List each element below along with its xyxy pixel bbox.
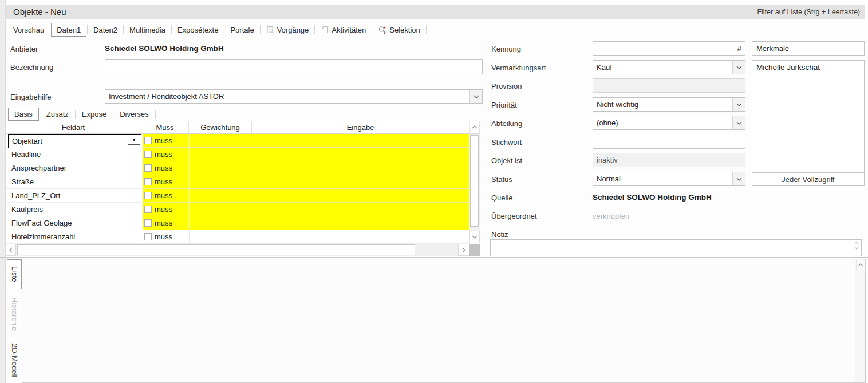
eingabe-cell[interactable]: [252, 203, 469, 216]
table-row[interactable]: Headline muss: [6, 148, 480, 161]
muss-checkbox[interactable]: [144, 206, 152, 213]
quelle-value: Schiedel SOLWO Holding GmbH: [593, 193, 712, 202]
chevron-down-icon[interactable]: [732, 172, 745, 185]
eingabehilfe-select[interactable]: Investment / Renditeobjekt ASTOR: [105, 89, 483, 104]
gewichtung-cell[interactable]: [189, 134, 252, 148]
scrollbar-thumb[interactable]: [17, 244, 415, 255]
table-row[interactable]: Hotelzimmeranzahl muss: [6, 230, 480, 244]
bottom-tab-hierarchie[interactable]: Hierarchie: [7, 293, 22, 335]
table-scroll-down-button[interactable]: [469, 231, 480, 243]
eingabe-cell[interactable]: [252, 134, 469, 148]
tab-separator: [113, 110, 113, 119]
gewichtung-cell[interactable]: [189, 203, 252, 216]
table-vertical-scrollbar[interactable]: [469, 134, 480, 243]
chevron-down-icon[interactable]: [732, 116, 745, 129]
subtab-diverses[interactable]: Diverses: [114, 108, 155, 121]
table-row[interactable]: Land_PLZ_Ort muss: [6, 189, 480, 203]
notiz-textarea[interactable]: [490, 239, 862, 256]
sub-tab-bar: Basis Zusatz Expose Diverses: [8, 108, 156, 121]
objekt-ist-label: Objekt ist: [491, 156, 589, 165]
status-select[interactable]: Normal: [593, 172, 745, 186]
column-header-eingabe[interactable]: Eingabe: [252, 121, 469, 133]
muss-checkbox[interactable]: [144, 178, 152, 185]
page-title: Objekte - Neu: [13, 7, 66, 17]
subtab-zusatz[interactable]: Zusatz: [41, 108, 74, 121]
tab-exposetexte[interactable]: Exposétexte: [172, 23, 224, 37]
verknuepfen-link[interactable]: verknüpfen: [593, 212, 629, 220]
table-row[interactable]: Kaufpreis muss: [6, 203, 480, 216]
muss-checkbox[interactable]: [144, 219, 152, 227]
list-item[interactable]: Michelle Jurkschat: [752, 61, 864, 74]
chevron-down-icon[interactable]: [732, 98, 745, 111]
stichwort-input[interactable]: [593, 135, 745, 149]
bottom-tab-2d-modell[interactable]: 2D-Modell: [7, 339, 22, 382]
scroll-right-button[interactable]: [458, 244, 469, 256]
kennung-input[interactable]: [593, 41, 745, 56]
section-divider: [0, 257, 868, 258]
tab-portale[interactable]: Portale: [225, 23, 259, 37]
tab-vorgaenge[interactable]: Vorgänge: [261, 23, 314, 37]
tab-separator: [372, 25, 372, 34]
vermarktungsart-select[interactable]: Kauf: [593, 60, 745, 74]
scroll-up-button[interactable]: [856, 260, 865, 270]
tab-multimedia[interactable]: Multimedia: [124, 23, 171, 37]
tab-vorschau[interactable]: Vorschau: [8, 23, 49, 37]
subtab-expose[interactable]: Expose: [76, 108, 112, 121]
subtab-basis[interactable]: Basis: [8, 108, 39, 121]
abteilung-select[interactable]: (ohne): [593, 116, 745, 130]
table-scroll-up-button[interactable]: [469, 121, 480, 133]
status-label: Status: [491, 175, 589, 184]
eingabe-cell[interactable]: [252, 189, 469, 203]
chevron-down-icon[interactable]: [469, 90, 482, 103]
eingabe-cell[interactable]: [252, 148, 469, 161]
merkmale-list[interactable]: Michelle Jurkschat Jeder Vollzugriff: [752, 60, 865, 186]
bezeichnung-input[interactable]: [105, 59, 483, 74]
tab-separator: [224, 25, 224, 34]
objektart-select[interactable]: Objektart ▼: [8, 134, 141, 148]
bottom-tab-liste[interactable]: Liste: [7, 259, 22, 289]
scroll-left-button[interactable]: [6, 244, 16, 256]
eingabe-cell[interactable]: [252, 161, 469, 175]
tab-daten1[interactable]: Daten1: [51, 23, 86, 37]
objekte-neu-window: Objekte - Neu Filter auf Liste (Strg + L…: [0, 0, 868, 383]
eingabe-cell[interactable]: [252, 216, 469, 230]
muss-checkbox[interactable]: [144, 151, 152, 158]
tab-separator: [123, 25, 124, 34]
tab-separator: [426, 25, 427, 34]
table-row[interactable]: Straße muss: [6, 175, 480, 189]
column-header-muss[interactable]: Muss: [141, 121, 189, 133]
gewichtung-cell[interactable]: [189, 175, 252, 189]
gewichtung-cell[interactable]: [189, 230, 252, 244]
tab-separator: [260, 25, 261, 34]
muss-checkbox[interactable]: [144, 192, 152, 199]
gewichtung-cell[interactable]: [189, 216, 252, 230]
gewichtung-cell[interactable]: [189, 148, 252, 161]
chevron-right-icon: [462, 247, 465, 253]
eingabe-cell[interactable]: [252, 230, 469, 244]
chevron-up-icon: [854, 242, 859, 244]
table-row[interactable]: FlowFact Geolage muss: [6, 216, 480, 230]
bottom-panel-scrollbar[interactable]: [855, 259, 865, 382]
table-row[interactable]: Ansprechpartner muss: [6, 161, 480, 175]
jeder-vollzugriff-entry[interactable]: Jeder Vollzugriff: [752, 172, 865, 186]
scrollbar-thumb[interactable]: [470, 135, 479, 227]
muss-checkbox[interactable]: [144, 233, 152, 240]
gewichtung-cell[interactable]: [189, 161, 252, 175]
dropdown-arrow-icon[interactable]: ▼: [128, 137, 140, 145]
chevron-down-icon[interactable]: [732, 61, 745, 74]
tab-daten2[interactable]: Daten2: [88, 23, 123, 37]
muss-checkbox[interactable]: [144, 137, 152, 144]
bottom-list-panel[interactable]: [22, 259, 866, 383]
eingabe-cell[interactable]: [252, 175, 469, 189]
muss-checkbox[interactable]: [144, 164, 152, 172]
column-header-feldart[interactable]: Feldart: [6, 121, 141, 133]
kennung-label: Kennung: [491, 45, 589, 53]
prioritaet-select[interactable]: Nicht wichtig: [593, 97, 745, 112]
column-header-gewichtung[interactable]: Gewichtung: [189, 121, 252, 133]
table-horizontal-scrollbar[interactable]: [6, 244, 480, 256]
tab-separator: [40, 110, 40, 119]
tab-selektion[interactable]: Selektion: [373, 23, 425, 37]
notiz-scroll-spinners[interactable]: [854, 242, 859, 250]
gewichtung-cell[interactable]: [189, 189, 252, 203]
tab-aktivitaeten[interactable]: Aktivitäten: [315, 23, 371, 37]
